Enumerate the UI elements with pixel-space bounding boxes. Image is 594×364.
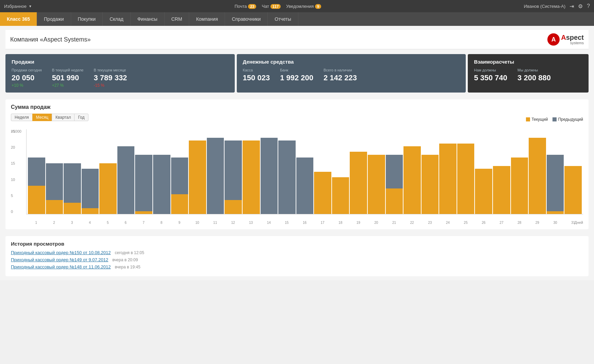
bank-label: Банк <box>280 68 313 72</box>
x-axis-label: 21 <box>385 221 403 225</box>
x-axis-label: 10 <box>188 221 206 225</box>
bar-group <box>547 129 564 214</box>
kassa-label: Касса <box>243 68 270 72</box>
bar-current <box>422 155 439 214</box>
we-owe-label: Мы должны <box>517 68 551 72</box>
nav-item-kompaniya[interactable]: Компания <box>189 12 225 26</box>
bar-previous <box>135 155 152 211</box>
x-axis-label: 9 <box>171 221 188 225</box>
x-axis-label: 3 <box>63 221 81 225</box>
x-axis-label: 18 <box>332 221 349 225</box>
topbar-left: Избранное ▼ <box>4 4 32 9</box>
topbar: Избранное ▼ Почта 23 Чат 117 Уведомления… <box>0 0 594 12</box>
nav-item-klass365[interactable]: Класс 365 <box>0 12 37 26</box>
history-item: Приходный кассовый ордер №149 от 9.07.20… <box>11 257 583 262</box>
owed-to-us-label: Нам должны <box>474 68 507 72</box>
history-time: вчера в 20:09 <box>112 258 138 262</box>
logout-icon[interactable]: ⇥ <box>570 3 574 10</box>
bar-group <box>422 129 439 214</box>
bar-previous <box>225 140 242 200</box>
y-axis-label: 5 <box>11 194 24 198</box>
bar-current <box>403 146 421 214</box>
chart-period-btn[interactable]: Год <box>74 114 88 121</box>
sales-week: В текущей неделе 501 990 +27 % <box>52 68 84 88</box>
x-axis-label: 30 <box>547 221 564 225</box>
total-label: Всего в наличии <box>324 68 357 72</box>
sales-title: Продажи <box>12 59 229 65</box>
bar-current <box>368 155 385 214</box>
sales-cols: Продажи сегодня 20 050 +10 % В текущей н… <box>12 68 229 88</box>
sales-today-value: 20 050 <box>12 73 42 82</box>
bar-current <box>135 211 152 214</box>
y-axis-label: 25 <box>11 129 24 133</box>
bank-value: 1 992 200 <box>280 73 313 82</box>
bar-group <box>243 129 260 214</box>
nav-item-spravochniki[interactable]: Справочники <box>225 12 268 26</box>
sales-today: Продажи сегодня 20 050 +10 % <box>12 68 42 88</box>
bar-current <box>225 200 242 214</box>
x-axis-label: 15 <box>278 221 296 225</box>
logo: A Aspect systems <box>547 33 584 46</box>
sales-week-label: В текущей неделе <box>52 68 84 72</box>
navbar: Класс 365ПродажиПокупкиСкладФинансыCRMКо… <box>0 12 594 26</box>
sales-today-change: +10 % <box>12 83 42 88</box>
bar-group <box>314 129 331 214</box>
chat-link[interactable]: Чат 117 <box>262 4 281 9</box>
chart-title: Сумма продаж <box>11 104 583 110</box>
nav-item-sklad[interactable]: Склад <box>103 12 131 26</box>
settings-icon[interactable]: ⚙ <box>578 3 583 10</box>
nav-item-finansy[interactable]: Финансы <box>131 12 165 26</box>
chart-period-btn[interactable]: Квартал <box>52 114 75 121</box>
x-axis-label: 28 <box>511 221 528 225</box>
x-axis-label: 4 <box>81 221 99 225</box>
bar-current <box>64 203 81 214</box>
x-axis-label: 14 <box>260 221 278 225</box>
x-axis-label: 20 <box>368 221 385 225</box>
nav-item-pokupki[interactable]: Покупки <box>71 12 103 26</box>
sales-week-value: 501 990 <box>52 73 84 82</box>
x-axis-label: 16 <box>296 221 313 225</box>
logo-letter: A <box>551 36 556 43</box>
bar-group <box>261 129 278 214</box>
sales-month: В текущем месяце 3 789 332 -15 % <box>94 68 127 88</box>
history-link[interactable]: Приходный кассовый ордер №150 от 10.08.2… <box>11 250 111 255</box>
bar-group <box>82 129 99 214</box>
mail-link[interactable]: Почта 23 <box>235 4 257 9</box>
bar-group <box>189 129 206 214</box>
company-header: Компания «Aspect Systems» A Aspect syste… <box>5 30 589 49</box>
x-axis-label: 13 <box>242 221 260 225</box>
bar-previous <box>296 158 314 214</box>
chart-x-axis: 1234567891011121314151617181920212223242… <box>26 221 583 225</box>
bar-current <box>511 158 528 214</box>
bar-previous <box>153 155 170 214</box>
nav-item-crm[interactable]: CRM <box>165 12 189 26</box>
bar-previous <box>547 155 564 211</box>
nav-item-prodazhi[interactable]: Продажи <box>37 12 71 26</box>
chart-x-label: Дней <box>574 220 583 225</box>
history-link[interactable]: Приходный кассовый ордер №149 от 9.07.20… <box>11 257 108 262</box>
cash-cols: Касса 150 023 Банк 1 992 200 Всего в нал… <box>243 68 460 82</box>
history-link[interactable]: Приходный кассовый ордер №148 от 11.06.2… <box>11 264 111 269</box>
favorites-label[interactable]: Избранное <box>4 4 27 9</box>
nav-item-otchety[interactable]: Отчеты <box>268 12 298 26</box>
y-axis-label: 0 <box>11 210 24 214</box>
x-axis-label: 17 <box>314 221 331 225</box>
chart-period-btn[interactable]: Неделя <box>11 114 33 121</box>
logo-sub: systems <box>561 41 584 45</box>
mutual-owed-to-us: Нам должны 5 350 740 <box>474 68 507 82</box>
bar-previous <box>82 169 99 208</box>
sales-today-label: Продажи сегодня <box>12 68 42 72</box>
bar-group <box>529 129 546 214</box>
bar-current <box>314 172 331 214</box>
bar-current <box>564 166 582 214</box>
page: Компания «Aspect Systems» A Aspect syste… <box>0 26 594 280</box>
chart-period-btn[interactable]: Месяц <box>32 114 52 121</box>
help-icon[interactable]: ? <box>587 3 590 9</box>
legend-previous: Предыдущий <box>552 117 583 122</box>
notifications-link[interactable]: Уведомления 9 <box>286 4 321 9</box>
bar-previous <box>207 138 224 214</box>
kassa-value: 150 023 <box>243 73 270 82</box>
history-section: История просмотров Приходный кассовый ор… <box>5 236 589 276</box>
bar-current <box>386 188 403 214</box>
bar-group <box>332 129 349 214</box>
